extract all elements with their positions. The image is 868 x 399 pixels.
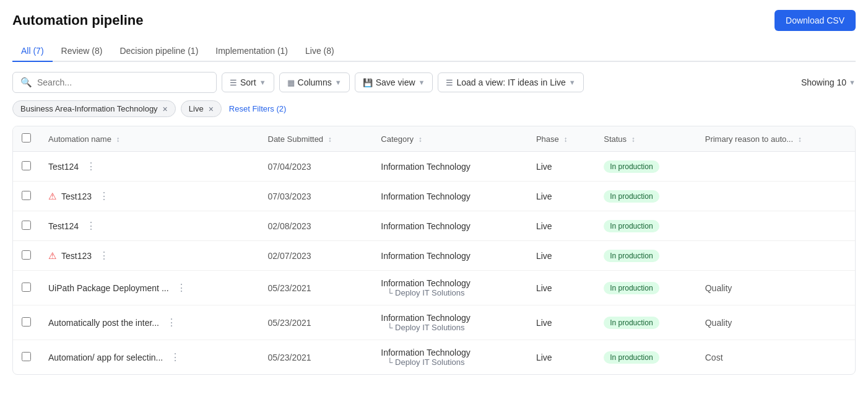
status-badge-6: In production bbox=[604, 351, 659, 364]
row-date-cell-5: 05/23/2021 bbox=[259, 305, 373, 340]
row-checkbox-cell-3 bbox=[13, 241, 40, 271]
row-checkbox-cell-2 bbox=[13, 211, 40, 241]
row-date-cell-3: 02/07/2023 bbox=[259, 241, 373, 271]
row-menu-3[interactable]: ⋮ bbox=[97, 248, 111, 263]
row-category-2: Information Technology bbox=[381, 221, 519, 231]
status-badge-2: In production bbox=[604, 220, 659, 232]
save-view-chevron-icon: ▼ bbox=[419, 79, 425, 86]
error-icon: ⚠ bbox=[48, 250, 56, 261]
phase-sort-icon: ↕ bbox=[563, 135, 567, 144]
row-checkbox-cell-4 bbox=[13, 271, 40, 305]
page-header: Automation pipeline Download CSV bbox=[12, 10, 856, 31]
row-date-cell-6: 05/23/2021 bbox=[259, 340, 373, 375]
row-phase-cell-5: Live bbox=[527, 305, 595, 340]
row-primary-cell-5: Quality bbox=[697, 305, 855, 340]
filter-chip-biz-area: Business Area-Information Technology× bbox=[12, 100, 176, 117]
primary-sort-icon: ↕ bbox=[798, 135, 802, 144]
row-name-5: Automatically post the inter... bbox=[48, 318, 159, 328]
row-category-cell-4: Information Technology Deploy IT Solutio… bbox=[372, 271, 527, 305]
error-icon: ⚠ bbox=[48, 191, 56, 202]
table-header: Automation name ↕ Date Submitted ↕ Categ… bbox=[13, 126, 855, 152]
status-badge-4: In production bbox=[604, 282, 659, 294]
row-checkbox-6[interactable] bbox=[22, 352, 31, 361]
row-name-2: Test124 bbox=[48, 221, 79, 231]
download-csv-button[interactable]: Download CSV bbox=[775, 10, 856, 31]
row-primary-cell-4: Quality bbox=[697, 271, 855, 305]
row-name-cell-2: Test124 ⋮ bbox=[40, 211, 259, 241]
tab-all[interactable]: All (7) bbox=[12, 41, 53, 62]
row-status-cell-2: In production bbox=[595, 211, 696, 241]
sort-chevron-icon: ▼ bbox=[259, 79, 266, 86]
filter-chip-label: Business Area-Information Technology bbox=[20, 104, 158, 113]
showing-count-label: Showing 10 bbox=[801, 77, 846, 87]
status-badge-1: In production bbox=[604, 190, 659, 203]
tab-decision[interactable]: Decision pipeline (1) bbox=[111, 41, 207, 62]
col-date: Date Submitted ↕ bbox=[259, 126, 373, 152]
tab-review[interactable]: Review (8) bbox=[53, 41, 111, 62]
row-name-cell-6: Automation/ app for selectin... ⋮ bbox=[40, 340, 259, 375]
tab-implementation[interactable]: Implementation (1) bbox=[207, 41, 297, 62]
row-name-1: Test123 bbox=[61, 191, 92, 201]
sort-icon: ☰ bbox=[230, 78, 237, 87]
row-category-5: Information Technology bbox=[381, 313, 519, 323]
row-date-cell-4: 05/23/2021 bbox=[259, 271, 373, 305]
row-checkbox-5[interactable] bbox=[22, 317, 31, 327]
row-checkbox-cell-6 bbox=[13, 340, 40, 375]
row-checkbox-4[interactable] bbox=[22, 283, 31, 292]
row-phase-cell-0: Live bbox=[527, 152, 595, 182]
row-category-cell-2: Information Technology bbox=[372, 211, 527, 241]
row-phase-cell-6: Live bbox=[527, 340, 595, 375]
search-box: 🔍 bbox=[12, 72, 217, 93]
row-menu-0[interactable]: ⋮ bbox=[84, 159, 98, 173]
row-menu-6[interactable]: ⋮ bbox=[168, 350, 183, 364]
row-category-0: Information Technology bbox=[381, 162, 519, 172]
row-name-6: Automation/ app for selectin... bbox=[48, 353, 163, 362]
row-checkbox-2[interactable] bbox=[22, 221, 31, 230]
row-checkbox-cell-0 bbox=[13, 152, 40, 182]
filter-chip-live: Live× bbox=[181, 100, 222, 117]
filter-chip-label: Live bbox=[189, 104, 204, 113]
row-menu-1[interactable]: ⋮ bbox=[97, 189, 111, 203]
row-date-cell-0: 07/04/2023 bbox=[259, 152, 373, 182]
load-view-icon: ☰ bbox=[446, 78, 453, 87]
row-date-cell-1: 07/03/2023 bbox=[259, 182, 373, 211]
row-category-6: Information Technology bbox=[381, 348, 519, 357]
row-checkbox-0[interactable] bbox=[22, 161, 31, 170]
row-category-4: Information Technology bbox=[381, 278, 519, 288]
reset-filters-button[interactable]: Reset Filters (2) bbox=[227, 104, 289, 113]
filter-chip-close-biz-area[interactable]: × bbox=[163, 105, 168, 113]
row-category-cell-1: Information Technology bbox=[372, 182, 527, 211]
row-phase-cell-1: Live bbox=[527, 182, 595, 211]
toolbar: 🔍 ☰ Sort ▼ ▦ Columns ▼ 💾 Save view ▼ ☰ L… bbox=[12, 72, 856, 93]
row-menu-2[interactable]: ⋮ bbox=[84, 219, 98, 233]
status-badge-5: In production bbox=[604, 317, 659, 329]
select-all-checkbox[interactable] bbox=[22, 133, 31, 142]
row-menu-5[interactable]: ⋮ bbox=[164, 315, 179, 330]
columns-button[interactable]: ▦ Columns ▼ bbox=[279, 72, 350, 92]
table-row: Test124 ⋮ 07/04/2023 Information Technol… bbox=[13, 152, 855, 182]
row-status-cell-0: In production bbox=[595, 152, 696, 182]
filter-chip-close-live[interactable]: × bbox=[209, 105, 214, 113]
row-name-cell-1: ⚠ Test123 ⋮ bbox=[40, 182, 259, 211]
row-phase-cell-3: Live bbox=[527, 241, 595, 271]
row-checkbox-3[interactable] bbox=[22, 250, 31, 260]
tabs-bar: All (7)Review (8)Decision pipeline (1)Im… bbox=[12, 41, 856, 62]
row-status-cell-1: In production bbox=[595, 182, 696, 211]
table-row: Automatically post the inter... ⋮ 05/23/… bbox=[13, 305, 855, 340]
name-sort-icon: ↕ bbox=[116, 135, 120, 144]
row-status-cell-4: In production bbox=[595, 271, 696, 305]
columns-label: Columns bbox=[298, 77, 332, 87]
columns-chevron-icon: ▼ bbox=[335, 79, 342, 86]
row-phase-cell-4: Live bbox=[527, 271, 595, 305]
sort-button[interactable]: ☰ Sort ▼ bbox=[222, 72, 274, 92]
row-primary-cell-0 bbox=[697, 152, 855, 182]
save-view-button[interactable]: 💾 Save view ▼ bbox=[355, 72, 433, 92]
tab-live[interactable]: Live (8) bbox=[297, 41, 343, 62]
showing-count[interactable]: Showing 10 ▼ bbox=[801, 77, 856, 87]
row-checkbox-1[interactable] bbox=[22, 191, 31, 200]
row-menu-4[interactable]: ⋮ bbox=[174, 281, 189, 295]
row-date-cell-2: 02/08/2023 bbox=[259, 211, 373, 241]
search-input[interactable] bbox=[37, 77, 209, 87]
load-view-button[interactable]: ☰ Load a view: IT ideas in Live ▼ bbox=[438, 72, 583, 92]
automations-table: Automation name ↕ Date Submitted ↕ Categ… bbox=[13, 126, 855, 374]
